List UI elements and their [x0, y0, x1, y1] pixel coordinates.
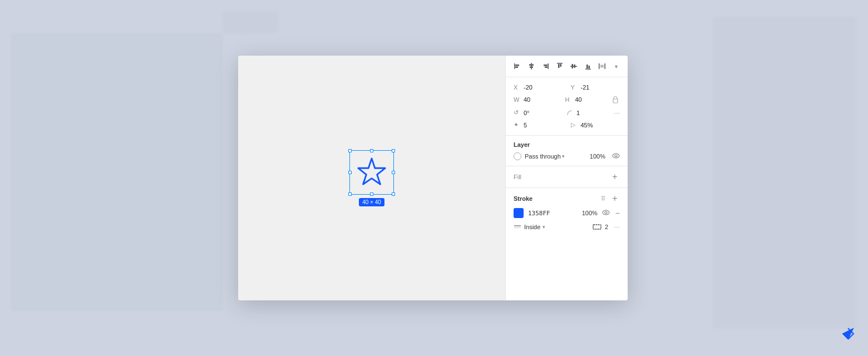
fill-title: Fill: [514, 174, 521, 180]
stroke-opacity-value[interactable]: 100%: [582, 210, 598, 216]
star-points-icon: ✦: [514, 121, 521, 128]
svg-rect-8: [544, 65, 548, 66]
blend-mode-icon: [514, 152, 521, 160]
xy-row: X -20 Y -21: [514, 84, 620, 91]
svg-rect-16: [585, 69, 591, 70]
canvas-area[interactable]: 40 × 40: [238, 56, 505, 300]
align-bottom-button[interactable]: [582, 60, 594, 72]
svg-rect-31: [593, 225, 601, 229]
layer-title: Layer: [514, 141, 620, 148]
distribute-button[interactable]: [596, 60, 608, 72]
svg-rect-9: [545, 67, 548, 68]
svg-rect-19: [599, 63, 600, 69]
align-center-h-button[interactable]: [525, 60, 537, 72]
h-value[interactable]: 40: [575, 96, 609, 103]
handle-mid-right[interactable]: [392, 171, 395, 174]
stroke-section: Stroke ⠿ + 1358FF 100% − Ins: [506, 188, 628, 236]
more-align-button[interactable]: ▾: [610, 60, 622, 72]
svg-rect-1: [514, 63, 515, 69]
stroke-visibility-icon[interactable]: [602, 209, 610, 217]
fill-header: Fill +: [514, 172, 620, 182]
stroke-controls-row: Inside ▾ 2 ···: [514, 222, 620, 231]
svg-rect-11: [558, 64, 560, 68]
w-label: W: [514, 96, 521, 103]
stroke-type-selector[interactable]: Inside ▾: [514, 224, 586, 230]
svg-rect-7: [548, 63, 549, 69]
corner-value[interactable]: 1: [576, 110, 611, 116]
align-top-button[interactable]: [554, 60, 565, 72]
svg-rect-12: [560, 64, 561, 67]
stroke-width-value[interactable]: 2: [605, 224, 608, 230]
right-panel: ▾ X -20 Y -21 W 40 H 40: [505, 56, 628, 300]
layer-opacity-value[interactable]: 100%: [590, 153, 605, 160]
handle-bottom-mid[interactable]: [370, 192, 373, 196]
svg-rect-15: [574, 65, 576, 68]
stroke-more-options-icon[interactable]: ···: [614, 222, 620, 231]
svg-rect-3: [515, 67, 518, 68]
handle-bottom-left[interactable]: [348, 192, 352, 196]
svg-point-23: [613, 154, 619, 158]
stroke-type-label: Inside: [524, 224, 540, 230]
svg-rect-4: [531, 63, 532, 70]
star-icon: [356, 156, 388, 189]
svg-rect-21: [600, 65, 604, 68]
x-label: X: [514, 84, 521, 91]
star-ratio-icon: ▷: [571, 121, 579, 128]
stroke-more-icon[interactable]: ⠿: [601, 195, 605, 202]
wh-row: W 40 H 40: [514, 95, 620, 104]
w-value[interactable]: 40: [524, 96, 558, 103]
handle-top-left[interactable]: [348, 149, 352, 152]
svg-rect-22: [613, 99, 618, 103]
star-props-row: ✦ 5 ▷ 45%: [514, 121, 620, 128]
svg-rect-5: [529, 65, 534, 66]
svg-rect-20: [604, 63, 605, 69]
handle-bottom-right[interactable]: [392, 192, 395, 196]
add-stroke-button[interactable]: +: [610, 194, 620, 204]
star-points-value[interactable]: 5: [524, 122, 563, 128]
y-label: Y: [571, 84, 579, 91]
align-right-button[interactable]: [540, 60, 551, 72]
editor-window: 40 × 40: [238, 56, 628, 300]
more-options-icon[interactable]: ···: [614, 108, 620, 117]
layer-visibility-icon[interactable]: [612, 152, 620, 160]
handle-top-mid[interactable]: [370, 149, 373, 152]
stroke-icons: ⠿ +: [601, 194, 620, 204]
size-label: 40 × 40: [359, 198, 384, 206]
add-fill-button[interactable]: +: [610, 172, 620, 182]
stroke-type-chevron: ▾: [542, 224, 545, 230]
handle-mid-left[interactable]: [348, 171, 352, 174]
svg-rect-27: [514, 225, 521, 226]
y-value[interactable]: -21: [581, 84, 620, 91]
stroke-color-swatch[interactable]: [514, 208, 524, 218]
stroke-hex-value[interactable]: 1358FF: [528, 210, 578, 217]
align-left-button[interactable]: [511, 60, 523, 72]
stroke-color-row: 1358FF 100% −: [514, 208, 620, 218]
blend-chevron-icon: ▾: [562, 154, 565, 159]
align-toolbar: ▾: [506, 56, 628, 77]
svg-rect-17: [586, 65, 588, 68]
star-ratio-value[interactable]: 45%: [581, 122, 620, 128]
h-label: H: [565, 96, 573, 103]
handle-top-right[interactable]: [392, 149, 395, 152]
svg-rect-13: [570, 66, 577, 67]
layer-row: Pass through ▾ 100%: [514, 152, 620, 160]
corner-radius-icon: [566, 110, 574, 116]
align-center-v-button[interactable]: [568, 60, 580, 72]
stroke-align-icon: [593, 224, 601, 230]
star-bounding-box[interactable]: [349, 150, 394, 195]
rotation-value[interactable]: 0°: [524, 110, 559, 116]
lock-proportions-icon[interactable]: [611, 95, 620, 104]
remove-stroke-button[interactable]: −: [615, 209, 620, 217]
svg-rect-10: [557, 63, 563, 64]
svg-rect-18: [588, 66, 590, 68]
svg-rect-14: [572, 64, 574, 68]
blend-mode-label: Pass through: [525, 153, 561, 160]
svg-rect-28: [514, 227, 521, 228]
svg-marker-0: [358, 158, 385, 184]
star-selection[interactable]: 40 × 40: [349, 150, 394, 206]
bg-panel-1: [11, 33, 223, 312]
stroke-title: Stroke: [514, 195, 532, 202]
blend-mode-selector[interactable]: Pass through ▾: [525, 153, 586, 160]
svg-rect-30: [593, 225, 601, 229]
x-value[interactable]: -20: [524, 84, 563, 91]
